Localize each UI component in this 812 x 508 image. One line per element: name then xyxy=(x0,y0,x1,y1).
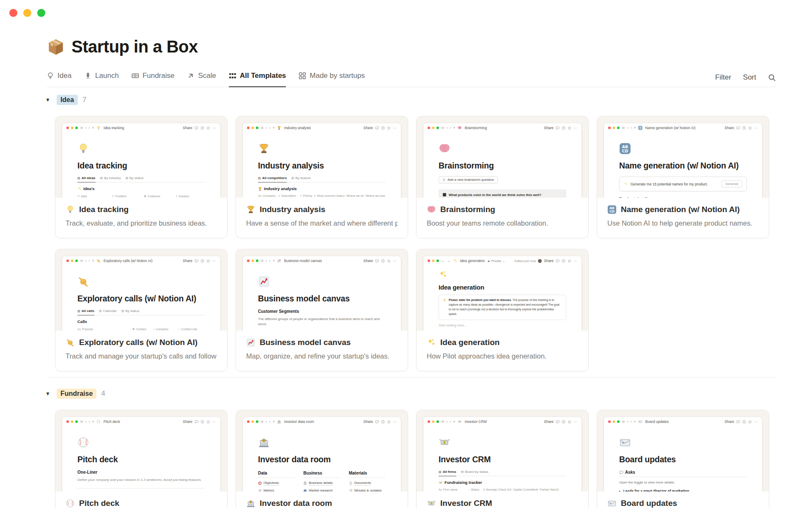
view-icon: ▤ xyxy=(461,470,464,474)
forward-icon: › xyxy=(269,420,271,424)
column-label: Pricing xyxy=(303,194,312,197)
card-info: Exploratory calls (w/ Notion AI)Track an… xyxy=(55,331,227,371)
property-icon: ◉ xyxy=(144,194,146,198)
subheading-label: One-Liner xyxy=(77,470,97,475)
forward-icon: › xyxy=(89,420,90,424)
mini-page-body: Exploratory calls (w/ Notion AI)▤All cal… xyxy=(62,265,220,331)
tab-scale[interactable]: Scale xyxy=(187,68,216,87)
mini-window-chrome: ‹›+Idea trackingShare xyxy=(62,123,220,133)
mini-window-chrome: ‹›+Investor CRMShare xyxy=(423,417,582,426)
database-title-label: Fundraising tracker xyxy=(444,480,482,485)
view-tabs: ▤All firms▤Board by status xyxy=(439,470,566,476)
card-thumbnail: ‹›+ABCDName generation (w/ Notion AI)Sha… xyxy=(597,116,769,198)
template-card[interactable]: ‹›+Investor CRMShareInvestor CRM▤All fir… xyxy=(416,410,589,508)
mini-page-heading: Pitch deck xyxy=(77,455,205,464)
new-page-icon: + xyxy=(453,126,455,130)
chevron-down-icon: ⌄ xyxy=(502,259,505,263)
svg-text:CD: CD xyxy=(609,210,614,213)
callout-lead: Please state the problem you want to dis… xyxy=(449,298,513,301)
view-tab-label: By status xyxy=(129,176,143,180)
template-card[interactable]: ‹›+BrainstormingShareBrainstormingAdd a … xyxy=(416,116,589,238)
mini-traffic-dot xyxy=(247,420,250,423)
money-wings-icon xyxy=(439,436,450,448)
share-button: Share xyxy=(544,420,554,424)
page-link-label: Business details xyxy=(309,481,332,486)
view-tab: ▤All firms xyxy=(439,470,456,476)
property-icon: ≡ xyxy=(363,194,365,197)
column-header: ⊙Idea xyxy=(77,194,112,198)
template-card[interactable]: ‹›+Pitch deckSharePitch deckOne-LinerDef… xyxy=(55,410,228,508)
template-card[interactable]: ‹›+Industry analysisShareIndustry analys… xyxy=(236,116,408,238)
mini-traffic-dot xyxy=(617,127,620,129)
mini-page-heading: Idea generation xyxy=(439,284,566,291)
view-tab-label: All calls xyxy=(82,309,94,313)
tab-fundraise[interactable]: Fundraise xyxy=(132,68,175,87)
tab-launch[interactable]: Launch xyxy=(84,68,119,87)
property-icon: ◔ xyxy=(468,488,469,491)
card-thumbnail: ←→Idea generationPrivate⌄Edited just now… xyxy=(417,249,588,331)
view-tab: ▤Board by status xyxy=(461,470,488,476)
view-tab-label: By feature xyxy=(295,176,310,180)
baseball-icon xyxy=(66,499,75,508)
template-card[interactable]: ‹›+Investor data roomShareInvestor data … xyxy=(236,410,408,508)
template-card[interactable]: ‹›+Business model canvasShareBusiness mo… xyxy=(236,249,408,371)
column-label: Contact xyxy=(136,328,146,331)
mini-table: AaFirm name◔Status#Average Check Size#Ca… xyxy=(439,487,566,491)
property-icon: @ xyxy=(556,488,559,491)
mini-page-title: Industry analysis xyxy=(284,126,311,130)
clock-icon xyxy=(200,126,204,130)
new-page-icon: + xyxy=(273,126,275,130)
tab-label: Made by startups xyxy=(310,72,365,80)
sort-button[interactable]: Sort xyxy=(743,73,756,82)
mini-page-heading: Brainstorming xyxy=(439,161,566,171)
template-card[interactable]: ‹›+Board updatesShareBoard updatesAsksOp… xyxy=(597,410,769,508)
section-badge: Idea xyxy=(57,95,78,105)
mini-page-body: Investor data roomDataObjectivesMetricsB… xyxy=(243,426,401,491)
mini-page-body: ABCDName generation (w/ Notion AI)Genera… xyxy=(604,133,762,198)
section-toggle-icon[interactable]: ▼ xyxy=(44,96,52,104)
filter-button[interactable]: Filter xyxy=(715,73,731,82)
table-header-row: ⊙Idea⊙Problem◉Customer≡Solution xyxy=(77,193,205,198)
search-icon[interactable] xyxy=(768,74,776,82)
mini-window: ‹›+Exploratory calls (w/ Notion AI)Share… xyxy=(62,256,220,331)
trophy-icon xyxy=(258,187,262,191)
mini-page-heading: Exploratory calls (w/ Notion AI) xyxy=(77,294,205,304)
page-link: Market research xyxy=(303,489,340,491)
column-title: Data xyxy=(258,471,295,478)
callout-body: What products exist in the world we thin… xyxy=(449,193,541,198)
tab-all-templates[interactable]: All Templates xyxy=(229,68,286,87)
card-description: Track and manage your startup's calls an… xyxy=(66,352,217,360)
column-header: ≡Partner Name xyxy=(537,488,556,491)
template-card[interactable]: ←→Idea generationPrivate⌄Edited just now… xyxy=(416,249,589,371)
template-card[interactable]: ‹›+Exploratory calls (w/ Notion AI)Share… xyxy=(55,249,228,371)
property-icon: ◉ xyxy=(132,327,135,331)
card-thumbnail: ‹›+Board updatesShareBoard updatesAsksOp… xyxy=(597,410,769,491)
minimize-button[interactable] xyxy=(23,9,31,17)
database-title: Industry analysis xyxy=(258,186,386,191)
hamburger-icon xyxy=(441,126,444,130)
zoom-button[interactable] xyxy=(37,9,45,17)
mini-traffic-dot xyxy=(613,420,615,423)
view-tab-label: Calendar xyxy=(103,309,117,313)
hamburger-icon xyxy=(441,420,444,423)
template-card[interactable]: ‹›+ABCDName generation (w/ Notion AI)Sha… xyxy=(597,116,769,238)
privacy-chip: Private⌄ xyxy=(487,259,505,263)
star-icon xyxy=(387,259,391,263)
mini-window-chrome: ‹›+Board updatesShare xyxy=(604,417,762,426)
sections-container: ▼Idea7‹›+Idea trackingShareIdea tracking… xyxy=(47,95,776,508)
section-toggle-icon[interactable]: ▼ xyxy=(44,390,52,398)
star-icon xyxy=(206,259,210,263)
link-column: MaterialsDocumentsMinutes & updates xyxy=(349,471,386,491)
template-card[interactable]: ‹›+Idea trackingShareIdea tracking▤All i… xyxy=(55,116,228,238)
mini-traffic-dot xyxy=(71,260,74,262)
clock-icon xyxy=(562,126,565,130)
mini-traffic-dot xyxy=(428,127,430,129)
tab-idea[interactable]: Idea xyxy=(47,68,71,87)
comment-bubble-icon xyxy=(556,420,560,424)
tab-made-by-startups[interactable]: Made by startups xyxy=(299,68,365,87)
envelope-icon xyxy=(619,436,631,448)
close-button[interactable] xyxy=(9,9,17,17)
column-label: Firm name xyxy=(443,488,457,491)
mini-window-chrome: ‹›+BrainstormingShare xyxy=(423,123,582,133)
link-columns: DataObjectivesMetricsBusinessBusiness de… xyxy=(258,471,386,491)
